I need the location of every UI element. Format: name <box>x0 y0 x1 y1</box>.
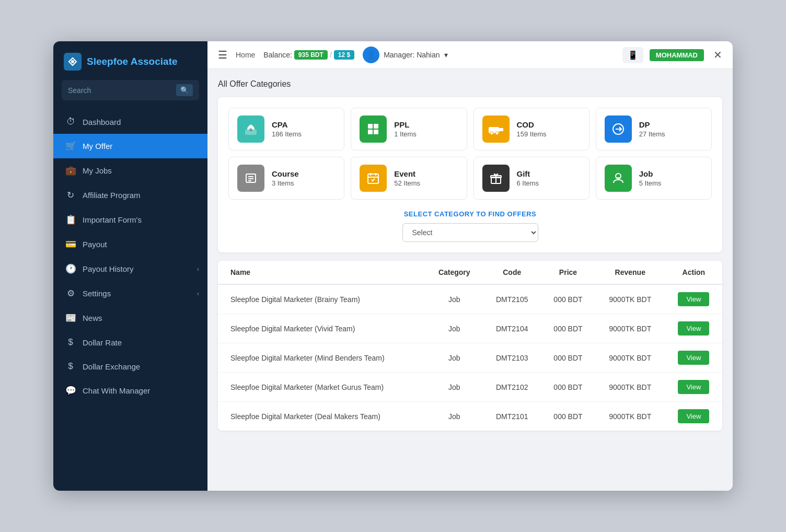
sidebar-item-chat-manager[interactable]: 💬 Chat With Manager <box>53 378 207 403</box>
cat-count-dp: 27 Items <box>639 130 665 138</box>
table-row: Sleepfoe Digital Marketer (Market Gurus … <box>218 373 722 402</box>
svg-point-0 <box>71 60 74 63</box>
cat-count-cod: 159 Items <box>517 130 547 138</box>
nav-label-payout: Payout <box>83 240 107 249</box>
cell-category-4: Job <box>425 402 483 431</box>
user-badge[interactable]: MOHAMMAD <box>650 49 704 61</box>
cat-count-gift: 6 Items <box>517 179 539 187</box>
nav-icon-payout-history: 🕐 <box>65 263 76 274</box>
offers-table: NameCategoryCodePriceRevenueAction Sleep… <box>218 261 722 431</box>
cat-icon-event <box>360 165 387 192</box>
sidebar-item-dollar-exchange[interactable]: $ Dollar Exchange <box>53 354 207 378</box>
view-button-2[interactable]: View <box>678 351 709 365</box>
cat-label-ppl: PPL 1 Items <box>394 120 417 138</box>
svg-marker-10 <box>499 128 503 131</box>
balance-bdt: 935 BDT <box>294 50 328 60</box>
sidebar-item-affiliate[interactable]: ↻ Affiliate Program <box>53 183 207 207</box>
nav-icon-dollar-rate: $ <box>65 337 76 348</box>
sidebar-item-my-offer[interactable]: 🛒 My Offer <box>53 134 207 158</box>
cat-item-cod[interactable]: COD 159 Items <box>473 108 590 151</box>
categories-card: CPA 186 Items PPL 1 Items COD 159 Items … <box>218 97 722 252</box>
cell-code-2: DMT2103 <box>483 343 541 373</box>
cat-item-event[interactable]: Event 52 Items <box>351 157 467 200</box>
sidebar-item-important-forms[interactable]: 📋 Important Form's <box>53 207 207 232</box>
view-button-1[interactable]: View <box>678 321 709 336</box>
th-price: Price <box>541 261 595 284</box>
cell-name-2: Sleepfoe Digital Marketer (Mind Benders … <box>218 343 425 373</box>
table-row: Sleepfoe Digital Marketer (Brainy Team) … <box>218 284 722 314</box>
categories-grid: CPA 186 Items PPL 1 Items COD 159 Items … <box>228 108 712 200</box>
cat-item-job[interactable]: Job 5 Items <box>596 157 712 200</box>
cat-item-ppl[interactable]: PPL 1 Items <box>351 108 467 151</box>
balance-label: Balance: <box>263 51 292 59</box>
cell-name-0: Sleepfoe Digital Marketer (Brainy Team) <box>218 284 425 314</box>
cat-name-job: Job <box>639 169 662 178</box>
nav-label-settings: Settings <box>83 289 111 298</box>
cell-code-4: DMT2101 <box>483 402 541 431</box>
sidebar-item-dollar-rate[interactable]: $ Dollar Rate <box>53 330 207 354</box>
cat-name-event: Event <box>394 169 420 178</box>
cat-name-course: Course <box>272 169 299 178</box>
cat-label-cpa: CPA 186 Items <box>272 120 302 138</box>
category-select[interactable]: SelectCPAPPLCODDPCourseEventGiftJob <box>402 223 538 242</box>
cell-code-3: DMT2102 <box>483 373 541 402</box>
th-category: Category <box>425 261 483 284</box>
cell-price-1: 000 BDT <box>541 314 595 343</box>
cell-price-3: 000 BDT <box>541 373 595 402</box>
cat-item-cpa[interactable]: CPA 186 Items <box>228 108 344 151</box>
svg-point-9 <box>495 132 499 134</box>
cat-item-course[interactable]: Course 3 Items <box>228 157 344 200</box>
nav-label-my-offer: My Offer <box>83 142 112 151</box>
view-button-0[interactable]: View <box>678 292 709 306</box>
svg-rect-4 <box>374 124 378 129</box>
cat-name-dp: DP <box>639 120 665 129</box>
th-code: Code <box>483 261 541 284</box>
cell-revenue-2: 9000TK BDT <box>595 343 665 373</box>
home-link[interactable]: Home <box>236 51 255 59</box>
table-row: Sleepfoe Digital Marketer (Mind Benders … <box>218 343 722 373</box>
balance-section: Balance: 935 BDT / 12 $ <box>263 50 354 60</box>
nav-label-my-jobs: My Jobs <box>83 166 112 175</box>
cell-revenue-1: 9000TK BDT <box>595 314 665 343</box>
cat-count-event: 52 Items <box>394 179 420 187</box>
view-button-4[interactable]: View <box>678 409 709 423</box>
nav-chevron-settings: ‹ <box>197 290 199 297</box>
cat-label-job: Job 5 Items <box>639 169 662 187</box>
cat-name-gift: Gift <box>517 169 539 178</box>
svg-point-2 <box>249 128 252 131</box>
sidebar-item-settings[interactable]: ⚙ Settings ‹ <box>53 281 207 306</box>
search-button[interactable]: 🔍 <box>176 84 193 96</box>
svg-rect-3 <box>368 124 373 129</box>
cat-name-cpa: CPA <box>272 120 302 129</box>
page-title: All Offer Categories <box>218 79 722 89</box>
cat-item-gift[interactable]: Gift 6 Items <box>473 157 590 200</box>
cat-item-dp[interactable]: DP 27 Items <box>596 108 712 151</box>
nav-icon-settings: ⚙ <box>65 288 76 299</box>
manager-section[interactable]: 👤 Manager: Nahian ▾ <box>363 47 447 63</box>
manager-label: Manager: Nahian <box>384 51 440 59</box>
th-name: Name <box>218 261 425 284</box>
nav-label-payout-history: Payout History <box>83 264 134 273</box>
sidebar-item-my-jobs[interactable]: 💼 My Jobs <box>53 158 207 183</box>
sidebar-item-dashboard[interactable]: ⏱ Dashboard <box>53 110 207 134</box>
notification-button[interactable]: 📱 <box>622 47 643 63</box>
view-button-3[interactable]: View <box>678 380 709 394</box>
search-input[interactable] <box>68 86 176 95</box>
sidebar-item-payout[interactable]: 💳 Payout <box>53 232 207 257</box>
sidebar-item-news[interactable]: 📰 News <box>53 306 207 330</box>
nav-chevron-payout-history: ‹ <box>197 265 199 273</box>
sidebar-item-payout-history[interactable]: 🕐 Payout History ‹ <box>53 257 207 281</box>
cat-label-gift: Gift 6 Items <box>517 169 539 187</box>
close-button[interactable]: ✕ <box>713 49 722 61</box>
table-header-row: NameCategoryCodePriceRevenueAction <box>218 261 722 284</box>
table-row: Sleepfoe Digital Marketer (Deal Makers T… <box>218 402 722 431</box>
manager-avatar: 👤 <box>363 47 379 63</box>
balance-usd: 12 $ <box>334 50 354 60</box>
topbar: ☰ Home Balance: 935 BDT / 12 $ 👤 Manager… <box>207 41 733 69</box>
cat-icon-job <box>605 165 632 192</box>
main-area: ☰ Home Balance: 935 BDT / 12 $ 👤 Manager… <box>207 41 733 491</box>
nav-icon-my-jobs: 💼 <box>65 165 76 176</box>
content-area: All Offer Categories CPA 186 Items PPL 1… <box>207 69 733 491</box>
menu-button[interactable]: ☰ <box>218 49 227 61</box>
svg-rect-5 <box>368 130 373 134</box>
